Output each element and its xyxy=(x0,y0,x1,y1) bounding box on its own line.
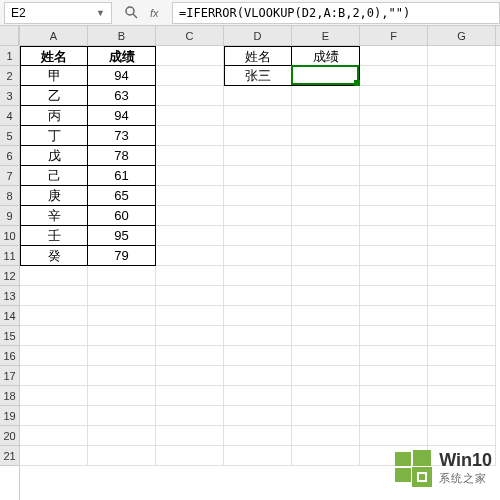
cell[interactable] xyxy=(292,306,360,326)
cell[interactable] xyxy=(156,46,224,66)
cell[interactable] xyxy=(88,426,156,446)
cell[interactable] xyxy=(292,226,360,246)
cell[interactable] xyxy=(360,326,428,346)
cell[interactable] xyxy=(224,246,292,266)
cell[interactable] xyxy=(428,346,496,366)
cell[interactable] xyxy=(428,86,496,106)
cell[interactable] xyxy=(292,186,360,206)
cell[interactable] xyxy=(224,146,292,166)
cell[interactable] xyxy=(224,126,292,146)
cell[interactable] xyxy=(20,426,88,446)
cell[interactable] xyxy=(224,326,292,346)
cell[interactable] xyxy=(428,406,496,426)
cell[interactable] xyxy=(224,266,292,286)
cell[interactable] xyxy=(156,66,224,86)
cell[interactable] xyxy=(156,326,224,346)
cell[interactable] xyxy=(428,206,496,226)
name-box[interactable]: E2 ▼ xyxy=(4,2,112,24)
col-header[interactable]: C xyxy=(156,26,224,45)
cell[interactable] xyxy=(156,346,224,366)
cell[interactable] xyxy=(224,446,292,466)
cell[interactable]: 己 xyxy=(20,166,88,186)
cell[interactable]: 戊 xyxy=(20,146,88,166)
cell[interactable] xyxy=(20,346,88,366)
cell[interactable] xyxy=(156,106,224,126)
cell[interactable] xyxy=(360,246,428,266)
col-header[interactable]: E xyxy=(292,26,360,45)
cell[interactable] xyxy=(292,326,360,346)
cell[interactable] xyxy=(428,166,496,186)
col-header[interactable]: B xyxy=(88,26,156,45)
cell[interactable] xyxy=(428,286,496,306)
cell[interactable] xyxy=(428,326,496,346)
cell[interactable] xyxy=(360,146,428,166)
cell[interactable] xyxy=(88,286,156,306)
cell[interactable] xyxy=(292,246,360,266)
cell[interactable] xyxy=(360,186,428,206)
cell[interactable] xyxy=(224,106,292,126)
cell[interactable] xyxy=(156,386,224,406)
cell[interactable] xyxy=(428,246,496,266)
cell[interactable]: 94 xyxy=(88,106,156,126)
row-header[interactable]: 19 xyxy=(0,406,19,426)
cell[interactable]: 63 xyxy=(88,86,156,106)
col-header[interactable]: F xyxy=(360,26,428,45)
cell[interactable] xyxy=(292,86,360,106)
cell[interactable] xyxy=(156,166,224,186)
row-header[interactable]: 9 xyxy=(0,206,19,226)
cell[interactable] xyxy=(292,366,360,386)
cell[interactable] xyxy=(88,406,156,426)
cells-container[interactable]: 姓名 成绩 姓名 成绩 甲 94 张三 乙 63 xyxy=(20,46,500,466)
cell[interactable] xyxy=(292,66,360,86)
col-header[interactable]: G xyxy=(428,26,496,45)
cell[interactable] xyxy=(292,206,360,226)
cell[interactable]: 乙 xyxy=(20,86,88,106)
cell[interactable] xyxy=(224,366,292,386)
formula-input[interactable]: =IFERROR(VLOOKUP(D2,A:B,2,0),"") xyxy=(172,2,500,24)
cell[interactable] xyxy=(428,426,496,446)
cell[interactable] xyxy=(428,186,496,206)
cell[interactable] xyxy=(360,166,428,186)
cell[interactable] xyxy=(428,386,496,406)
cell[interactable] xyxy=(156,186,224,206)
cell[interactable] xyxy=(360,286,428,306)
cell[interactable] xyxy=(292,446,360,466)
cell[interactable] xyxy=(20,406,88,426)
cell[interactable]: 78 xyxy=(88,146,156,166)
cell[interactable] xyxy=(224,286,292,306)
cell[interactable] xyxy=(428,66,496,86)
cell[interactable] xyxy=(88,346,156,366)
row-header[interactable]: 5 xyxy=(0,126,19,146)
cell[interactable] xyxy=(360,266,428,286)
cell[interactable] xyxy=(156,206,224,226)
cell[interactable] xyxy=(224,166,292,186)
cell[interactable] xyxy=(292,346,360,366)
function-icon[interactable]: fx xyxy=(148,5,164,21)
row-header[interactable]: 3 xyxy=(0,86,19,106)
cell[interactable] xyxy=(292,166,360,186)
row-header[interactable]: 14 xyxy=(0,306,19,326)
cell[interactable] xyxy=(360,226,428,246)
row-header[interactable]: 18 xyxy=(0,386,19,406)
cell[interactable] xyxy=(360,346,428,366)
cell[interactable] xyxy=(292,406,360,426)
cell[interactable] xyxy=(428,306,496,326)
cell[interactable]: 61 xyxy=(88,166,156,186)
cell[interactable] xyxy=(88,446,156,466)
cell[interactable]: 79 xyxy=(88,246,156,266)
cell[interactable] xyxy=(360,66,428,86)
cell[interactable]: 成绩 xyxy=(292,46,360,66)
cell[interactable]: 丁 xyxy=(20,126,88,146)
cell[interactable] xyxy=(292,266,360,286)
cell[interactable]: 辛 xyxy=(20,206,88,226)
cell[interactable]: 癸 xyxy=(20,246,88,266)
cell[interactable] xyxy=(428,46,496,66)
cell[interactable] xyxy=(20,446,88,466)
cell[interactable] xyxy=(428,106,496,126)
cell[interactable] xyxy=(224,306,292,326)
cell[interactable] xyxy=(292,126,360,146)
cell[interactable] xyxy=(360,46,428,66)
cell[interactable] xyxy=(156,146,224,166)
cell[interactable] xyxy=(360,106,428,126)
cell[interactable]: 姓名 xyxy=(20,46,88,66)
